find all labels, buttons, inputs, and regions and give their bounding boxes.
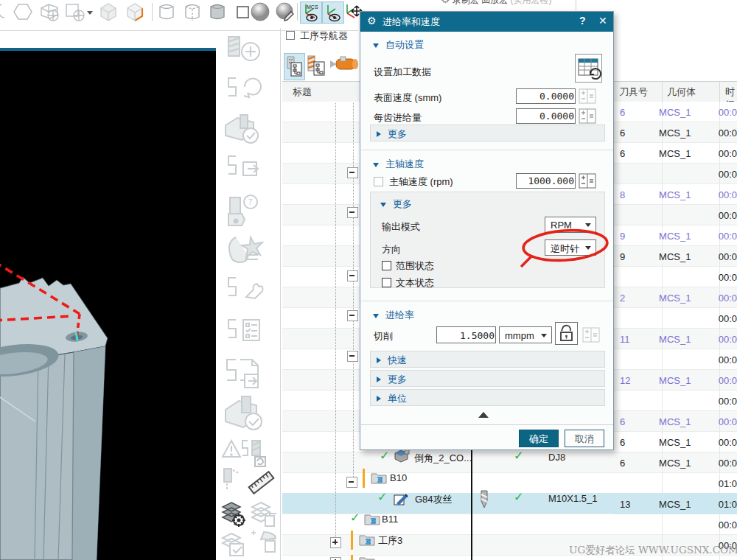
datum-csys-icon[interactable] — [39, 1, 60, 22]
table-row[interactable]: 8 MCS_1 00:0 — [614, 184, 737, 205]
feed-more-bar[interactable]: 更多 — [370, 370, 605, 387]
material-edit-icon[interactable] — [275, 1, 296, 22]
calculator-icon[interactable] — [582, 327, 600, 343]
close-button[interactable]: ✕ — [598, 15, 607, 27]
tool-properties-icon[interactable]: 7 — [228, 195, 257, 225]
section-spindle-speed[interactable]: 主轴速度 — [373, 158, 424, 171]
table-row[interactable]: 00:0 — [614, 514, 737, 535]
hidden-edges-view-icon[interactable] — [182, 1, 203, 22]
collapse-node-button[interactable] — [347, 167, 358, 178]
table-row[interactable]: 6 MCS_1 00:0 — [614, 122, 737, 143]
range-status-checkbox[interactable] — [382, 261, 391, 270]
help-button[interactable]: ? — [579, 15, 586, 27]
units-bar[interactable]: 单位 — [370, 389, 605, 406]
table-row[interactable]: 00:0 — [614, 391, 737, 411]
surface-speed-field[interactable]: 0.0000 — [516, 88, 576, 104]
table-row[interactable]: 00:0 — [614, 205, 737, 225]
record-macro-button[interactable]: 录制宏 — [453, 0, 479, 5]
cut-feed-unit-dropdown[interactable]: mmpm — [499, 326, 552, 343]
collapse-node-button[interactable] — [347, 351, 358, 362]
export-document-icon[interactable] — [227, 360, 258, 388]
collapse-node-button[interactable] — [347, 207, 358, 218]
rapid-bar[interactable]: 快速 — [370, 351, 605, 368]
set-machining-data-button[interactable] — [575, 54, 602, 83]
dialog-titlebar[interactable]: ⚙ 进给率和速度 ? ✕ — [360, 12, 613, 32]
cancel-button[interactable]: 取消 — [565, 430, 604, 447]
program-order-view-button[interactable] — [284, 53, 305, 80]
post-process-icon[interactable] — [228, 156, 258, 175]
render-sphere-icon[interactable] — [250, 1, 270, 22]
tool-number-header[interactable]: 刀具号 — [619, 85, 648, 99]
panel-pin-icon[interactable] — [286, 31, 295, 40]
layer-check-icon[interactable] — [223, 533, 243, 556]
table-row[interactable]: 11 MCS_1 00:0 — [614, 329, 737, 349]
feed-per-tooth-field[interactable]: 0.0000 — [516, 108, 576, 124]
spindle-rpm-field[interactable]: 1000.000 — [516, 173, 576, 189]
table-row[interactable]: 12 MCS_1 00:0 — [614, 370, 737, 391]
table-row[interactable]: 2 MCS_1 00:0 — [614, 287, 737, 308]
measure-tool-icon[interactable] — [224, 469, 273, 494]
tree-row-gongxu3[interactable]: 工序3 — [282, 530, 614, 550]
shaded-view-icon[interactable] — [207, 1, 228, 22]
machine-tool-view-button[interactable] — [306, 53, 326, 79]
collapse-node-button[interactable] — [347, 270, 358, 281]
tree-row-b10[interactable]: B10 — [282, 468, 614, 489]
macro-gear-icon[interactable]: ⚙ — [441, 0, 450, 5]
table-row[interactable]: 01:0 — [614, 473, 737, 494]
table-row[interactable]: 00:0 — [614, 164, 737, 184]
table-row[interactable]: 6 MCS_1 00:0 — [614, 432, 737, 452]
dialog-collapse-arrow[interactable] — [478, 412, 489, 418]
create-tool-icon[interactable] — [228, 37, 259, 60]
wireframe-view-icon[interactable] — [156, 1, 177, 22]
tree-row-chamfer[interactable]: ✓ 倒角_2_CO... ✓ DJ8 — [282, 447, 614, 468]
verify-toolpath-icon[interactable] — [226, 115, 258, 143]
geometry-view-button[interactable] — [330, 53, 360, 79]
table-row[interactable]: 00:0 — [614, 267, 737, 287]
special-operation-icon[interactable] — [229, 237, 262, 262]
section-auto-settings[interactable]: 自动设置 — [373, 38, 424, 52]
cut-feed-field[interactable]: 1.5000 — [436, 326, 496, 343]
warning-regenerate-icon[interactable] — [223, 441, 265, 466]
table-row[interactable]: 00:0 — [614, 308, 737, 329]
shaded-cube-icon[interactable] — [98, 1, 119, 22]
calculator-icon[interactable] — [579, 173, 596, 189]
layer-copy-icon[interactable] — [252, 503, 276, 526]
calculator-icon[interactable] — [579, 108, 596, 124]
layer-add-icon[interactable] — [251, 531, 276, 552]
section-feed-rate[interactable]: 进给率 — [373, 309, 414, 322]
mcs-display-icon[interactable]: MCS — [300, 1, 322, 24]
tree-row-g84[interactable]: ✓ G84攻丝 ✓ M10X1.5_1 — [282, 489, 614, 509]
table-row[interactable]: 00:0 — [614, 349, 737, 370]
operation-list-icon[interactable] — [228, 320, 259, 340]
direction-dropdown[interactable]: 逆时针 — [545, 239, 596, 256]
spindle-speed-checkbox[interactable] — [374, 177, 383, 186]
graphics-viewport[interactable] — [0, 51, 216, 560]
table-row[interactable]: 13 MCS_1 01:0 — [614, 494, 737, 514]
output-mode-dropdown[interactable]: RPM — [545, 217, 596, 233]
unlock-icon[interactable] — [555, 322, 578, 345]
table-row[interactable]: 6 MCS_1 00:0 — [614, 102, 737, 122]
table-row[interactable]: 9 MCS_1 00:0 — [614, 246, 737, 267]
table-row[interactable]: 6 MCS_1 00:0 — [614, 452, 737, 473]
orient-cube-icon[interactable] — [125, 1, 145, 22]
text-status-checkbox[interactable] — [382, 278, 391, 287]
geometry-header[interactable]: 几何体 — [667, 85, 696, 99]
edit-operation-icon[interactable] — [228, 278, 263, 298]
ok-button[interactable]: 确定 — [519, 430, 559, 447]
hexagon-sketch-icon[interactable] — [13, 1, 33, 22]
wcs-display-icon[interactable] — [322, 1, 344, 24]
playback-macro-button[interactable]: 回放宏 — [481, 0, 508, 5]
table-row[interactable]: 6 MCS_1 00:0 — [614, 411, 737, 432]
column-title-header[interactable]: 标题 — [293, 85, 312, 99]
table-row[interactable]: 9 MCS_1 00:0 — [614, 225, 737, 246]
auto-more-bar[interactable]: 更多 — [370, 125, 605, 141]
tree-row-partial[interactable] — [282, 553, 614, 560]
tree-column-divider[interactable] — [471, 447, 472, 560]
point-dialog-icon[interactable] — [65, 1, 85, 22]
generate-toolpath-icon[interactable] — [228, 78, 261, 97]
simulate-block-icon[interactable] — [226, 396, 262, 430]
spindle-more-header[interactable]: 更多 — [380, 197, 412, 211]
collapse-node-button[interactable] — [347, 310, 358, 321]
dropdown-caret-icon[interactable] — [85, 1, 94, 22]
calculator-icon[interactable] — [579, 88, 596, 104]
